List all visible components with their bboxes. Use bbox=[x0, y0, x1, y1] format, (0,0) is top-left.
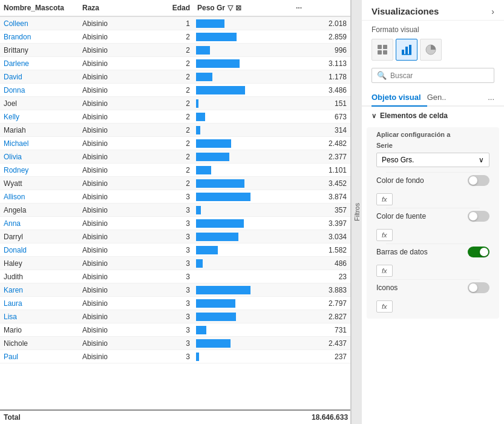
filter-icon[interactable]: ▽ bbox=[227, 4, 233, 12]
bar-visual bbox=[196, 153, 229, 161]
cell-nombre: Mario bbox=[0, 325, 79, 336]
section-label: Elementos de celda bbox=[380, 111, 448, 120]
cell-nombre: Allison bbox=[0, 191, 79, 202]
pie-chart-icon-btn[interactable] bbox=[420, 39, 442, 61]
table-row: Angela Abisinio 3 357 bbox=[0, 204, 350, 217]
pie-chart-icon bbox=[425, 44, 437, 56]
bar-visual bbox=[196, 313, 236, 321]
section-chevron: ∨ bbox=[371, 112, 376, 120]
cell-nombre: Rodney bbox=[0, 165, 79, 176]
barras-datos-fx[interactable]: fx bbox=[376, 265, 393, 277]
color-fondo-row: Color de fondo fx bbox=[376, 175, 489, 205]
bar-visual bbox=[196, 286, 250, 294]
table-row: Haley Abisinio 3 486 bbox=[0, 257, 350, 270]
cell-bar bbox=[194, 351, 308, 362]
cell-raza: Abisinio bbox=[79, 218, 145, 229]
cell-peso: 2.377 bbox=[308, 151, 350, 162]
tab-more[interactable]: ... bbox=[488, 93, 494, 102]
serie-dropdown[interactable]: Peso Grs. ∨ bbox=[376, 153, 489, 167]
bar-visual bbox=[196, 233, 238, 241]
table-row: Judith Abisinio 3 23 bbox=[0, 270, 350, 283]
iconos-fx[interactable]: fx bbox=[376, 300, 393, 313]
cell-edad: 3 bbox=[145, 218, 194, 229]
table-row: Kelly Abisinio 2 673 bbox=[0, 110, 350, 124]
search-input[interactable] bbox=[390, 71, 489, 80]
tab-objeto-visual[interactable]: Objeto visual bbox=[371, 89, 427, 107]
cell-edad: 3 bbox=[145, 285, 194, 296]
section-header-celda[interactable]: ∨ Elementos de celda bbox=[362, 107, 504, 125]
cell-edad: 2 bbox=[145, 85, 194, 96]
peso-gr-label: Peso Gr bbox=[197, 4, 225, 12]
table-view-icon-btn[interactable] bbox=[371, 39, 393, 61]
bar-visual bbox=[196, 19, 224, 28]
table-row: Michael Abisinio 2 2.482 bbox=[0, 137, 350, 150]
table-row: Allison Abisinio 3 3.874 bbox=[0, 190, 350, 204]
cell-edad: 3 bbox=[145, 191, 194, 202]
iconos-toggle[interactable] bbox=[468, 282, 489, 293]
bar-visual bbox=[196, 299, 235, 308]
cell-raza: Abisinio bbox=[79, 178, 145, 189]
cell-peso: 3.113 bbox=[308, 58, 350, 69]
cell-raza: Abisinio bbox=[79, 165, 145, 176]
cell-bar bbox=[194, 245, 308, 256]
cell-nombre: Brandon bbox=[0, 31, 79, 42]
table-row: Lisa Abisinio 3 2.827 bbox=[0, 310, 350, 323]
cell-bar bbox=[194, 218, 308, 229]
cell-peso: 1.101 bbox=[308, 165, 350, 176]
color-fondo-fx[interactable]: fx bbox=[376, 193, 393, 205]
table-row: Mariah Abisinio 2 314 bbox=[0, 124, 350, 137]
cell-raza: Abisinio bbox=[79, 31, 145, 42]
tabs-row: Objeto visual Gen.. ... bbox=[362, 89, 504, 107]
cell-peso: 2.797 bbox=[308, 298, 350, 309]
collapse-arrow[interactable]: › bbox=[491, 7, 494, 16]
cell-peso: 2.827 bbox=[308, 311, 350, 322]
cell-nombre: Nichole bbox=[0, 338, 79, 349]
table-row: Donna Abisinio 2 3.486 bbox=[0, 84, 350, 97]
cell-bar bbox=[194, 85, 308, 96]
cell-nombre: Brittany bbox=[0, 45, 79, 56]
cell-bar bbox=[194, 338, 308, 349]
cell-raza: Abisinio bbox=[79, 18, 145, 29]
color-fuente-thumb bbox=[469, 212, 477, 220]
cell-peso: 3.397 bbox=[308, 218, 350, 229]
cell-edad: 3 bbox=[145, 298, 194, 309]
cell-raza: Abisinio bbox=[79, 151, 145, 162]
cell-raza: Abisinio bbox=[79, 111, 145, 122]
table-row: Joel Abisinio 2 151 bbox=[0, 97, 350, 110]
cell-raza: Abisinio bbox=[79, 45, 145, 56]
color-fondo-toggle[interactable] bbox=[468, 175, 489, 186]
table-header: Nombre_Mascota Raza Edad Peso Gr ▽ ⊠ ··· bbox=[0, 0, 350, 17]
cell-edad: 2 bbox=[145, 111, 194, 122]
cell-bar bbox=[194, 178, 308, 189]
cell-edad: 2 bbox=[145, 98, 194, 109]
cell-bar bbox=[194, 285, 308, 296]
table-row: Anna Abisinio 3 3.397 bbox=[0, 217, 350, 230]
barras-datos-toggle[interactable] bbox=[468, 247, 489, 257]
cell-nombre: Karen bbox=[0, 285, 79, 296]
more-icon[interactable]: ··· bbox=[296, 4, 302, 12]
color-fuente-fx[interactable]: fx bbox=[376, 229, 393, 241]
tab-general[interactable]: Gen.. bbox=[427, 89, 453, 107]
footer-empty-edad bbox=[145, 415, 194, 420]
table-row: Wyatt Abisinio 2 3.452 bbox=[0, 177, 350, 190]
cell-edad: 2 bbox=[145, 125, 194, 136]
bar-chart-icon-btn[interactable] bbox=[396, 39, 417, 61]
side-tab[interactable]: Filtros bbox=[351, 0, 362, 424]
cell-bar bbox=[194, 325, 308, 336]
cell-bar bbox=[194, 276, 308, 278]
bar-visual bbox=[196, 59, 240, 68]
bar-visual bbox=[196, 259, 203, 268]
table-body: Colleen Abisinio 1 2.018 Brandon Abisini… bbox=[0, 17, 350, 409]
cell-edad: 3 bbox=[145, 338, 194, 349]
cell-peso: 3.034 bbox=[308, 231, 350, 242]
cell-bar bbox=[194, 258, 308, 269]
cell-nombre: Kelly bbox=[0, 111, 79, 122]
cell-peso: 996 bbox=[308, 45, 350, 56]
expand-icon[interactable]: ⊠ bbox=[235, 4, 241, 12]
cell-raza: Abisinio bbox=[79, 71, 145, 82]
barras-datos-thumb bbox=[480, 248, 488, 256]
table-row: Mario Abisinio 3 731 bbox=[0, 323, 350, 337]
bar-visual bbox=[196, 179, 244, 188]
color-fuente-toggle[interactable] bbox=[468, 211, 489, 222]
search-box[interactable]: 🔍 bbox=[371, 68, 494, 83]
